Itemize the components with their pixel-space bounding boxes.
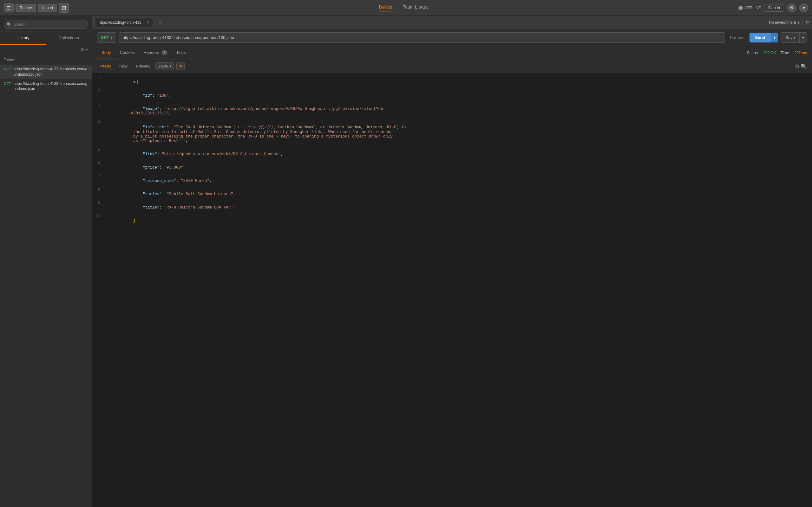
status-info: Status: 200 OK Time: 292 ms — [747, 51, 807, 55]
method-selector[interactable]: GET ▾ — [97, 32, 116, 43]
format-actions: ⧉ 🔍 — [795, 63, 807, 69]
line-content: ▼{ — [105, 76, 812, 89]
headers-label: Headers — [144, 50, 159, 55]
today-label: Today — [0, 56, 92, 65]
right-panel: https://dazzling-torch-413... ✕ + No env… — [92, 16, 812, 507]
code-line: 2 "id": "130", — [92, 89, 812, 102]
body-tab[interactable]: Body — [97, 46, 115, 59]
params-button[interactable]: Params — [728, 35, 747, 40]
response-tabs: Body Cookies Headers 5 Tests Status: 200… — [92, 46, 812, 60]
line-number: 2 — [92, 89, 105, 102]
method-badge: GET — [4, 82, 11, 86]
tests-tab[interactable]: Tests — [172, 46, 190, 59]
active-request-tab[interactable]: https://dazzling-torch-413... ✕ — [95, 18, 154, 26]
send-button-group: Send ▾ — [750, 33, 778, 43]
history-tab[interactable]: History — [0, 32, 46, 45]
environment-dropdown[interactable]: No environment ▾ — [766, 19, 803, 26]
send-button[interactable]: Send — [750, 33, 771, 43]
search-response-button[interactable]: 🔍 — [801, 63, 807, 69]
pretty-button[interactable]: Pretty — [97, 62, 114, 70]
format-dropdown[interactable]: JSON ▾ — [155, 62, 174, 70]
line-content: "release_date": "2010 March", — [105, 174, 812, 187]
line-content: "id": "130", — [105, 89, 812, 102]
response-area: Body Cookies Headers 5 Tests Status: 200… — [92, 46, 812, 507]
status-label: Status: — [747, 51, 759, 55]
status-value: 200 OK — [763, 51, 776, 55]
search-wrapper: 🔍 — [4, 20, 88, 29]
history-url: https://dazzling-torch-4133.firebaseio.c… — [14, 81, 88, 92]
raw-button[interactable]: Raw — [116, 62, 131, 70]
line-number: 6 — [92, 161, 105, 174]
search-bar: 🔍 — [0, 16, 92, 32]
code-line: 6 "price": "¥5,000", — [92, 161, 812, 174]
code-line: 3 "image": "http://vignette2.wikia.nocoo… — [92, 102, 812, 120]
environment-eye-button[interactable]: 👁 — [804, 20, 809, 25]
runner-button[interactable]: Runner — [15, 4, 36, 12]
method-chevron-icon: ▾ — [110, 35, 113, 40]
send-dropdown-button[interactable]: ▾ — [771, 33, 778, 43]
tab-bar: https://dazzling-torch-413... ✕ + No env… — [92, 16, 812, 29]
line-content: "price": "¥5,000", — [105, 161, 812, 174]
line-number: 8 — [92, 187, 105, 201]
code-line: 5 "link": "http://gundam.wikia.com/wiki/… — [92, 148, 812, 161]
line-content: "info_text": "The RX-0 Unicorn Gundam (ユ… — [105, 120, 812, 148]
line-content: "series": "Mobile Suit Gundam Unicorn", — [105, 187, 812, 201]
time-label: Time: — [780, 51, 790, 55]
wrap-button[interactable]: ≡ — [176, 62, 185, 70]
format-label: JSON — [158, 64, 168, 68]
builder-tab[interactable]: Builder — [379, 4, 393, 11]
headers-count-badge: 5 — [161, 50, 167, 55]
search-icon: 🔍 — [7, 22, 12, 26]
line-content: "title": "RX-0 Unicorn Gundam OVA Ver." — [105, 201, 812, 214]
code-line: 10 } — [92, 214, 812, 228]
copy-button[interactable]: ⧉ — [795, 63, 799, 69]
offline-icon: ⚙ — [739, 6, 743, 10]
tab-label: https://dazzling-torch-413... — [99, 20, 145, 25]
history-url: https://dazzling-torch-4133.firebaseio.c… — [14, 66, 88, 77]
method-badge: GET — [4, 67, 11, 71]
code-line: 7 "release_date": "2010 March", — [92, 174, 812, 187]
code-line: 8 "series": "Mobile Suit Gundam Unicorn"… — [92, 187, 812, 201]
code-line: 9 "title": "RX-0 Unicorn Gundam OVA Ver.… — [92, 201, 812, 214]
line-number: 4 — [92, 120, 105, 148]
line-number: 9 — [92, 201, 105, 214]
tab-close-button[interactable]: ✕ — [147, 20, 150, 25]
format-controls: Pretty Raw Preview JSON ▾ ≡ ⧉ 🔍 — [92, 60, 812, 73]
add-tab-button[interactable]: + — [156, 19, 164, 26]
search-input[interactable] — [4, 20, 88, 29]
clear-history-button[interactable]: 🗑 ▾ — [80, 47, 88, 52]
history-item[interactable]: GET https://dazzling-torch-4133.firebase… — [0, 79, 92, 94]
collections-tab[interactable]: Collections — [46, 32, 92, 45]
import-button[interactable]: Import — [38, 4, 57, 12]
save-button[interactable]: Save — [781, 33, 799, 43]
sidebar-content: Today GET https://dazzling-torch-4133.fi… — [0, 54, 92, 507]
line-number: 10 — [92, 214, 105, 228]
line-number: 1 — [92, 76, 105, 89]
heart-icon[interactable]: ♥ — [799, 3, 808, 12]
sidebar-tabs: History Collections — [0, 32, 92, 45]
offline-badge: ⚙ OFFLINE — [739, 6, 761, 10]
line-number: 3 — [92, 102, 105, 120]
preview-button[interactable]: Preview — [133, 62, 154, 70]
save-dropdown-button[interactable]: ▾ — [799, 33, 807, 43]
sidebar: 🔍 History Collections 🗑 ▾ Today GET http… — [0, 16, 92, 507]
line-content: } — [105, 214, 812, 228]
line-number: 7 — [92, 174, 105, 187]
headers-tab[interactable]: Headers 5 — [139, 46, 172, 59]
sign-in-button[interactable]: Sign In — [764, 4, 784, 12]
top-nav-left: ☰ Runner Import ⊞ — [4, 3, 69, 13]
top-nav-center: Builder Team Library — [71, 4, 736, 11]
cookies-tab[interactable]: Cookies — [115, 46, 139, 59]
sidebar-toggle-button[interactable]: ☰ — [4, 3, 14, 12]
sidebar-actions: 🗑 ▾ — [0, 45, 92, 54]
line-content: "image": "http://vignette2.wikia.nocooki… — [105, 102, 812, 120]
offline-status: OFFLINE — [745, 6, 761, 10]
history-item[interactable]: GET https://dazzling-torch-4133.firebase… — [0, 65, 92, 79]
settings-icon[interactable]: ⚙ — [787, 3, 796, 12]
response-code-body[interactable]: 1 ▼{ 2 "id": "130", 3 "image": "http://v… — [92, 73, 812, 507]
team-library-tab[interactable]: Team Library — [403, 4, 428, 11]
url-input[interactable] — [119, 32, 725, 43]
format-chevron-icon: ▾ — [170, 64, 171, 68]
new-tab-button[interactable]: ⊞ — [59, 3, 69, 13]
line-number: 5 — [92, 148, 105, 161]
